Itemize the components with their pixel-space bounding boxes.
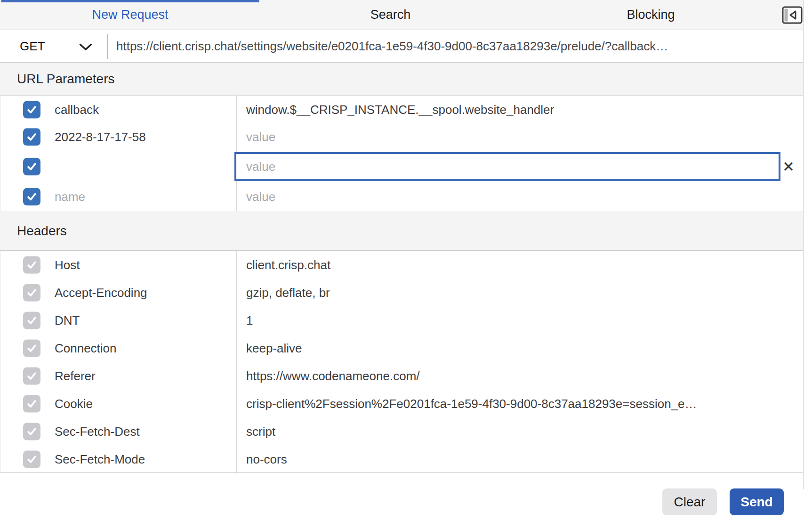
row-checkbox-checked[interactable] <box>23 158 40 176</box>
row-checkbox-checked-disabled <box>23 367 40 384</box>
header-row: DNT1 <box>0 306 804 334</box>
sidebar-toggle-button[interactable] <box>781 0 804 30</box>
checkmark-icon <box>25 131 38 144</box>
headers-table: Hostclient.crisp.chatAccept-Encodinggzip… <box>0 251 804 473</box>
row-checkbox-checked-disabled <box>23 339 40 357</box>
row-checkbox-checked-disabled <box>23 256 40 273</box>
row-checkbox-checked[interactable] <box>23 101 40 119</box>
header-row: Connectionkeep-alive <box>0 334 804 362</box>
headers-section-header: Headers <box>0 211 804 251</box>
header-row: Accept-Encodinggzip, deflate, br <box>0 279 804 306</box>
header-value-cell: gzip, deflate, br <box>246 285 783 300</box>
row-checkbox-checked[interactable] <box>23 188 40 206</box>
tab-new-request[interactable]: New Request <box>0 0 260 30</box>
checkmark-icon <box>25 397 38 410</box>
parameter-value-cell[interactable]: value <box>246 130 783 144</box>
row-checkbox-checked-disabled <box>23 450 40 468</box>
clear-button[interactable]: Clear <box>662 488 717 515</box>
checkmark-icon <box>25 258 38 271</box>
request-bar: GET https://client.crisp.chat/settings/w… <box>0 31 804 63</box>
header-row: Sec-Fetch-Destscript <box>0 417 804 445</box>
header-value-cell: script <box>246 424 783 439</box>
tab-label: Blocking <box>627 8 675 22</box>
header-row: Sec-Fetch-Modeno-cors <box>0 445 804 473</box>
tab-label: Search <box>370 8 411 22</box>
url-parameters-table: callbackwindow.$__CRISP_INSTANCE.__spool… <box>0 96 804 211</box>
request-composer-panel: New RequestSearchBlocking GET https://cl… <box>0 0 812 520</box>
header-name-cell: Cookie <box>55 396 93 411</box>
parameter-row: ✕ <box>0 151 804 183</box>
header-value-cell: keep-alive <box>246 341 783 355</box>
checkmark-icon <box>25 369 38 382</box>
row-checkbox-checked-disabled <box>23 395 40 412</box>
tab-search[interactable]: Search <box>260 0 521 30</box>
header-value-cell: crisp-client%2Fsession%2Fe0201fca-1e59-4… <box>246 396 783 411</box>
active-tab-indicator <box>1 0 259 2</box>
header-name-cell: Host <box>55 257 80 272</box>
close-icon[interactable]: ✕ <box>782 160 795 174</box>
header-name-cell: Referer <box>55 368 96 383</box>
method-url-divider <box>107 34 108 59</box>
header-name-cell: Connection <box>55 341 117 355</box>
parameter-name-cell[interactable]: name <box>55 190 85 204</box>
row-checkbox-checked-disabled <box>23 312 40 329</box>
header-name-cell: Sec-Fetch-Dest <box>55 424 140 439</box>
header-name-cell: Accept-Encoding <box>55 285 147 300</box>
row-checkbox-checked-disabled <box>23 284 40 301</box>
header-value-cell: no-cors <box>246 452 783 466</box>
header-row: Refererhttps://www.codenameone.com/ <box>0 362 804 390</box>
parameter-value-input-focused[interactable] <box>234 152 780 181</box>
parameter-row: callbackwindow.$__CRISP_INSTANCE.__spool… <box>0 96 804 123</box>
header-row: Hostclient.crisp.chat <box>0 251 804 279</box>
row-checkbox-checked[interactable] <box>23 128 40 146</box>
request-url-field[interactable]: https://client.crisp.chat/settings/websi… <box>116 31 797 62</box>
tab-bar: New RequestSearchBlocking <box>0 0 804 30</box>
header-name-cell: Sec-Fetch-Mode <box>55 452 145 466</box>
header-value-cell: client.crisp.chat <box>246 257 783 272</box>
parameter-value-input[interactable] <box>236 160 779 174</box>
checkmark-icon <box>25 104 38 116</box>
url-parameters-title: URL Parameters <box>17 72 114 87</box>
checkmark-icon <box>25 425 38 438</box>
method-label: GET <box>20 39 45 54</box>
header-value-cell: https://www.codenameone.com/ <box>246 368 783 383</box>
parameter-row: namevalue <box>0 183 804 211</box>
parameter-name-cell[interactable]: callback <box>55 103 99 117</box>
parameter-value-cell[interactable]: value <box>246 190 783 204</box>
tab-blocking[interactable]: Blocking <box>521 0 781 30</box>
row-checkbox-checked-disabled <box>23 423 40 440</box>
send-button[interactable]: Send <box>730 488 784 515</box>
header-row: Cookiecrisp-client%2Fsession%2Fe0201fca-… <box>0 390 804 417</box>
checkmark-icon <box>25 453 38 465</box>
checkmark-icon <box>25 314 38 327</box>
header-name-cell: DNT <box>55 313 80 328</box>
parameter-row: 2022-8-17-17-58value <box>0 123 804 151</box>
checkmark-icon <box>25 191 38 203</box>
method-dropdown[interactable]: GET <box>20 31 45 62</box>
url-parameters-section-header: URL Parameters <box>0 62 804 96</box>
chevron-down-icon[interactable] <box>79 43 92 51</box>
parameter-name-cell[interactable]: 2022-8-17-17-58 <box>55 130 146 144</box>
tab-label: New Request <box>92 8 168 22</box>
panel-right-border <box>803 0 804 489</box>
checkmark-icon <box>25 160 38 173</box>
sidebar-collapse-icon <box>782 6 803 24</box>
headers-title: Headers <box>17 224 67 239</box>
header-value-cell: 1 <box>246 313 783 328</box>
checkmark-icon <box>25 342 38 354</box>
parameter-value-cell[interactable]: window.$__CRISP_INSTANCE.__spool.website… <box>246 103 783 117</box>
checkmark-icon <box>25 286 38 299</box>
tabs: New RequestSearchBlocking <box>0 0 781 30</box>
